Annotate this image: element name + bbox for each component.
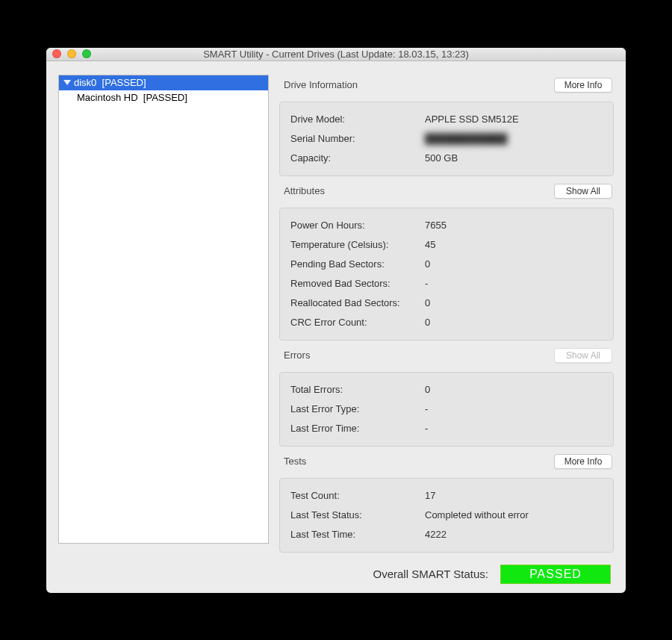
content-area: disk0 [PASSED] Macintosh HD [PASSED] Dri… [46,61,626,593]
overall-status-footer: Overall SMART Status: PASSED [279,557,614,584]
total-errors-label: Total Errors: [290,384,425,395]
last-error-type-label: Last Error Type: [290,403,425,414]
drive-row-disk0[interactable]: disk0 [PASSED] [59,75,268,90]
drive-info-more-button[interactable]: More Info [554,78,612,93]
capacity-value: 500 GB [425,152,458,164]
pending-bad-sectors-label: Pending Bad Sectors: [290,258,425,270]
drive-info-title: Drive Information [284,79,358,90]
window-title: SMART Utility - Current Drives (Last Upd… [46,49,626,60]
last-test-time-label: Last Test Time: [290,529,425,540]
disclosure-triangle-icon[interactable] [63,80,71,85]
attributes-header: Attributes Show All [279,181,614,203]
last-test-status-row: Last Test Status: Completed without erro… [290,506,603,525]
overall-status-label: Overall SMART Status: [373,568,489,580]
drive-model-value: APPLE SSD SM512E [425,114,519,125]
temperature-row: Temperature (Celsius): 45 [290,235,603,255]
errors-show-all-button: Show All [554,348,612,363]
crc-error-count-label: CRC Error Count: [290,317,425,328]
pending-bad-sectors-row: Pending Bad Sectors: 0 [290,255,603,274]
test-count-label: Test Count: [290,490,425,501]
crc-error-count-value: 0 [425,317,430,328]
drive-info-box: Drive Model: APPLE SSD SM512E Serial Num… [279,102,614,176]
last-error-type-value: - [425,403,428,414]
reallocated-bad-sectors-value: 0 [425,297,430,308]
test-count-value: 17 [425,490,435,501]
removed-bad-sectors-value: - [425,278,428,289]
volume-row-label: Macintosh HD [PASSED] [77,92,187,103]
test-count-row: Test Count: 17 [290,486,603,506]
minimize-icon[interactable] [67,49,76,58]
app-window: SMART Utility - Current Drives (Last Upd… [46,48,626,593]
total-errors-value: 0 [425,384,430,395]
volume-row-macintosh-hd[interactable]: Macintosh HD [PASSED] [59,90,268,105]
last-error-time-row: Last Error Time: - [290,419,603,438]
serial-number-value: ████████████ [425,133,508,144]
last-test-status-value: Completed without error [425,509,529,521]
removed-bad-sectors-label: Removed Bad Sectors: [290,278,425,289]
drive-info-header: Drive Information More Info [279,75,614,97]
power-on-hours-row: Power On Hours: 7655 [290,216,603,235]
power-on-hours-value: 7655 [425,220,447,231]
power-on-hours-label: Power On Hours: [290,220,425,231]
errors-header: Errors Show All [279,345,614,367]
temperature-value: 45 [425,239,435,250]
drive-list[interactable]: disk0 [PASSED] Macintosh HD [PASSED] [58,75,269,544]
tests-box: Test Count: 17 Last Test Status: Complet… [279,478,614,553]
tests-more-info-button[interactable]: More Info [554,454,612,469]
last-test-time-row: Last Test Time: 4222 [290,525,603,544]
tests-title: Tests [284,456,306,467]
temperature-label: Temperature (Celsius): [290,239,425,250]
window-controls [52,49,91,58]
serial-number-row: Serial Number: ████████████ [290,129,603,149]
removed-bad-sectors-row: Removed Bad Sectors: - [290,274,603,293]
pending-bad-sectors-value: 0 [425,258,430,270]
last-error-time-label: Last Error Time: [290,423,425,434]
last-test-status-label: Last Test Status: [290,509,425,521]
tests-header: Tests More Info [279,451,614,473]
errors-box: Total Errors: 0 Last Error Type: - Last … [279,372,614,447]
last-error-time-value: - [425,423,428,434]
attributes-title: Attributes [284,185,325,196]
titlebar: SMART Utility - Current Drives (Last Upd… [46,48,626,61]
attributes-box: Power On Hours: 7655 Temperature (Celsiu… [279,208,614,341]
last-test-time-value: 4222 [425,529,447,540]
serial-number-label: Serial Number: [290,133,425,144]
zoom-icon[interactable] [82,49,91,58]
capacity-row: Capacity: 500 GB [290,149,603,168]
drive-model-label: Drive Model: [290,114,425,125]
overall-status-badge: PASSED [500,565,611,584]
drive-model-row: Drive Model: APPLE SSD SM512E [290,110,603,129]
errors-title: Errors [284,349,310,361]
reallocated-bad-sectors-row: Reallocated Bad Sectors: 0 [290,293,603,313]
close-icon[interactable] [52,49,61,58]
capacity-label: Capacity: [290,152,425,164]
details-pane: Drive Information More Info Drive Model:… [279,75,614,584]
total-errors-row: Total Errors: 0 [290,380,603,400]
reallocated-bad-sectors-label: Reallocated Bad Sectors: [290,297,425,308]
drive-row-label: disk0 [PASSED] [74,77,146,88]
crc-error-count-row: CRC Error Count: 0 [290,313,603,332]
last-error-type-row: Last Error Type: - [290,400,603,419]
attributes-show-all-button[interactable]: Show All [554,184,612,199]
